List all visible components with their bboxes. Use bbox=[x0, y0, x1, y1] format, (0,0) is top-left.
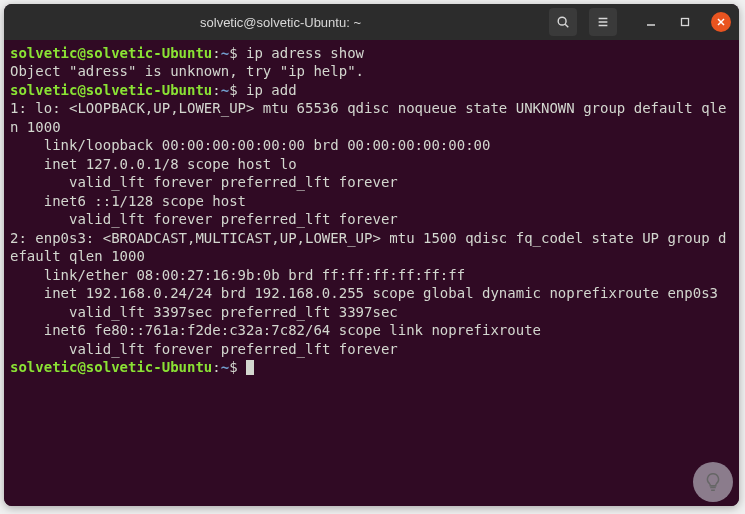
terminal-body[interactable]: solvetic@solvetic-Ubuntu:~$ ip adress sh… bbox=[4, 40, 739, 506]
search-button[interactable] bbox=[549, 8, 577, 36]
hamburger-icon bbox=[596, 15, 610, 29]
prompt-dollar: $ bbox=[229, 359, 237, 375]
cursor bbox=[246, 360, 254, 375]
output-line: inet 192.168.0.24/24 brd 192.168.0.255 s… bbox=[10, 285, 718, 301]
prompt-user: solvetic@solvetic-Ubuntu bbox=[10, 359, 212, 375]
prompt-dollar: $ bbox=[229, 45, 237, 61]
prompt-colon: : bbox=[212, 45, 220, 61]
minimize-icon bbox=[646, 17, 656, 27]
output-line: valid_lft forever preferred_lft forever bbox=[10, 341, 398, 357]
output-line: valid_lft forever preferred_lft forever bbox=[10, 174, 398, 190]
output-line: link/loopback 00:00:00:00:00:00 brd 00:0… bbox=[10, 137, 490, 153]
output-line: 2: enp0s3: <BROADCAST,MULTICAST,UP,LOWER… bbox=[10, 230, 726, 264]
output-line: 1: lo: <LOOPBACK,UP,LOWER_UP> mtu 65536 … bbox=[10, 100, 726, 134]
maximize-button[interactable] bbox=[677, 14, 693, 30]
command-2: ip add bbox=[246, 82, 297, 98]
prompt-path: ~ bbox=[221, 45, 229, 61]
close-button[interactable] bbox=[711, 12, 731, 32]
terminal-window: solvetic@solvetic-Ubuntu: ~ solvetic@ bbox=[4, 4, 739, 506]
maximize-icon bbox=[680, 17, 690, 27]
prompt-colon: : bbox=[212, 359, 220, 375]
watermark-badge bbox=[693, 462, 733, 502]
output-line: inet6 fe80::761a:f2de:c32a:7c82/64 scope… bbox=[10, 322, 541, 338]
svg-rect-6 bbox=[682, 19, 689, 26]
output-1: Object "adress" is unknown, try "ip help… bbox=[10, 63, 364, 79]
output-line: link/ether 08:00:27:16:9b:0b brd ff:ff:f… bbox=[10, 267, 465, 283]
output-line: valid_lft 3397sec preferred_lft 3397sec bbox=[10, 304, 398, 320]
prompt-user: solvetic@solvetic-Ubuntu bbox=[10, 45, 212, 61]
output-line: inet6 ::1/128 scope host bbox=[10, 193, 246, 209]
menu-button[interactable] bbox=[589, 8, 617, 36]
output-line: inet 127.0.0.1/8 scope host lo bbox=[10, 156, 297, 172]
close-icon bbox=[716, 17, 726, 27]
prompt-colon: : bbox=[212, 82, 220, 98]
search-icon bbox=[556, 15, 570, 29]
output-line: valid_lft forever preferred_lft forever bbox=[10, 211, 398, 227]
titlebar-controls bbox=[549, 8, 731, 36]
window-controls bbox=[643, 12, 731, 32]
lightbulb-icon bbox=[702, 471, 724, 493]
prompt-path: ~ bbox=[221, 82, 229, 98]
prompt-dollar: $ bbox=[229, 82, 237, 98]
prompt-user: solvetic@solvetic-Ubuntu bbox=[10, 82, 212, 98]
svg-line-1 bbox=[565, 24, 568, 27]
command-1: ip adress show bbox=[246, 45, 364, 61]
svg-point-0 bbox=[558, 17, 566, 25]
window-title: solvetic@solvetic-Ubuntu: ~ bbox=[12, 15, 549, 30]
prompt-path: ~ bbox=[221, 359, 229, 375]
titlebar: solvetic@solvetic-Ubuntu: ~ bbox=[4, 4, 739, 40]
minimize-button[interactable] bbox=[643, 14, 659, 30]
